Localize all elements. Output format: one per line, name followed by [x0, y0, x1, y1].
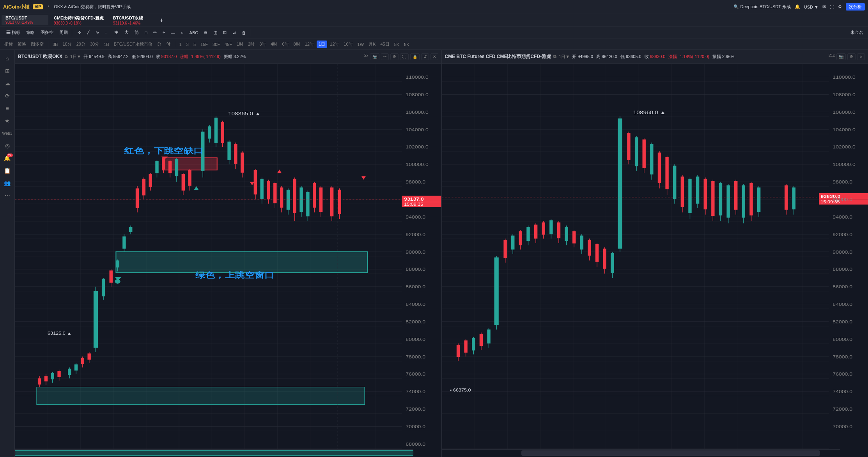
sidebar-icon-market[interactable]: ≡ [1, 103, 14, 114]
tf-1d[interactable]: 1日 [317, 41, 327, 48]
toolbar-btn-shape[interactable]: □ [142, 30, 150, 36]
toolbar-btn-indicators[interactable]: ☰ 指标 [4, 29, 23, 36]
symbol-tab-cme[interactable]: CME比特币期货CFD-雅虎 93630.0 -0.18% [50, 14, 108, 26]
left-ctrl-camera[interactable]: 📷 [370, 53, 379, 60]
tf-15m[interactable]: 15F [198, 41, 210, 48]
left-ctrl-lock[interactable]: 🔒 [410, 53, 420, 60]
sidebar-icon-layout[interactable]: ⊞ [1, 65, 14, 76]
tf-1h[interactable]: 1时 [235, 41, 245, 48]
sidebar-icon-watchlist[interactable]: ★ [1, 115, 14, 126]
tf-3h[interactable]: 3时 [257, 41, 268, 48]
sidebar-icon-replay[interactable]: ⟳ [1, 90, 14, 101]
sidebar-icon-web3[interactable]: Web3 [1, 128, 14, 139]
tf-3b[interactable]: 3B [51, 41, 60, 48]
left-ctrl-close[interactable]: ✕ [430, 53, 438, 60]
toolbar-btn-wave[interactable]: ≋ [202, 29, 210, 36]
top-nav-text[interactable]: OKX & AiCoin交易赛，限时提升VIP手续 [54, 4, 130, 10]
tf-2h[interactable]: 2时 [246, 41, 257, 48]
analysis-btn[interactable]: 次分析 [846, 3, 865, 11]
sidebar-icon-assets[interactable]: ◎ [1, 140, 14, 151]
tf-8k[interactable]: 8K [402, 41, 411, 48]
symbol-tab-perp[interactable]: BTC/USDT永续 93119.6 -1.46% [109, 14, 156, 26]
tf-3m[interactable]: 3 [184, 41, 191, 48]
svg-rect-187 [456, 345, 459, 357]
toolbar-btn-pencil[interactable]: ✏ [151, 29, 159, 36]
tf-20[interactable]: 20分 [74, 41, 87, 48]
sep2 [175, 41, 175, 48]
sidebar-icon-alerts[interactable]: 🔔 74 [1, 153, 14, 164]
sep1 [48, 41, 48, 48]
toolbar-btn-shape2[interactable]: ○ [179, 30, 186, 36]
sidebar-icon-cloud[interactable]: ☁ [1, 78, 14, 89]
tf-30m[interactable]: 30F [211, 41, 222, 48]
tf-8h[interactable]: 8时 [292, 41, 302, 48]
tf-1m[interactable]: 1 [177, 41, 184, 48]
toolbar-btn-main[interactable]: 主 [112, 29, 121, 36]
toolbar-btn-crosshair[interactable]: ✛ [75, 29, 83, 36]
right-chart-link[interactable]: ⧉ [553, 54, 556, 59]
toolbar-btn-draw1[interactable]: ╱ [85, 29, 92, 36]
tf-1mo[interactable]: 月K [367, 41, 377, 48]
toolbar-btn-draw3[interactable]: ··· [103, 30, 111, 36]
toolbar-btn-delete[interactable]: 🗑 [239, 30, 248, 36]
tf-12h[interactable]: 12时 [303, 41, 316, 48]
sidebar-icon-more[interactable]: ⋯ [1, 190, 14, 201]
right-ctrl-settings[interactable]: ⚙ [847, 53, 856, 60]
left-chart-body[interactable]: 108365.0 ▲ [15, 64, 441, 457]
toolbar-btn-line1[interactable]: — [168, 30, 177, 36]
tf-1w[interactable]: 1W [356, 41, 366, 48]
tf-12d[interactable]: 12时 [328, 41, 341, 48]
expand-icon[interactable]: ⛶ [830, 5, 834, 9]
svg-rect-97 [273, 183, 276, 203]
tf-5m[interactable]: 5 [191, 41, 198, 48]
symbol-tab-btcusdt[interactable]: BTC/USDT 93137.0 -1.49% [2, 15, 48, 25]
tf-2[interactable]: 策略 [16, 41, 28, 48]
toolbar-btn-price[interactable]: ⊡ [221, 29, 229, 36]
tf-5k[interactable]: 5K [392, 41, 401, 48]
tf-30[interactable]: 30分 [88, 41, 101, 48]
toolbar-btn-strategy[interactable]: 策略 [24, 29, 37, 36]
right-ctrl-close[interactable]: ✕ [857, 53, 865, 60]
toolbar-btn-multicharts[interactable]: 图多空 [38, 29, 56, 36]
tf-3[interactable]: 图多空 [29, 41, 46, 48]
toolbar-btn-abc[interactable]: ABC [187, 30, 201, 36]
tf-45m[interactable]: 45F [223, 41, 234, 48]
tf-min[interactable]: 分 [155, 41, 163, 48]
tf-10[interactable]: 10分 [60, 41, 73, 48]
tf-1[interactable]: 指标 [2, 41, 15, 48]
tf-pay[interactable]: 付 [164, 41, 172, 48]
toolbar-btn-filter[interactable]: ⊿ [230, 29, 238, 36]
toolbar-btn-small[interactable]: 简 [132, 29, 141, 36]
sidebar-icon-home[interactable]: ⌂ [1, 53, 14, 64]
tf-45d[interactable]: 45日 [378, 41, 391, 48]
right-scroll-area[interactable] [442, 449, 840, 457]
toolbar-btn-big[interactable]: 大 [122, 29, 131, 36]
left-ctrl-settings[interactable]: ⚙ [390, 53, 399, 60]
message-icon[interactable]: ✉ [822, 4, 826, 9]
tf-btcperp[interactable]: BTC/USDT永续市价 [112, 41, 154, 48]
toolbar-btn-period[interactable]: 周期 [57, 29, 70, 36]
right-chart-body[interactable]: + [442, 64, 868, 457]
add-symbol-btn[interactable]: + [158, 17, 166, 24]
svg-rect-23 [116, 252, 367, 273]
left-scroll-area[interactable] [15, 449, 413, 457]
toolbar-btn-measure[interactable]: ⌖ [160, 29, 167, 36]
sidebar-icon-orders[interactable]: 📋 [1, 165, 14, 176]
toolbar-btn-draw2[interactable]: ∿ [93, 29, 101, 36]
usd-selector[interactable]: USD ▼ [804, 5, 818, 9]
tf-4h[interactable]: 4时 [269, 41, 279, 48]
left-ctrl-edit[interactable]: ✏ [381, 53, 389, 60]
settings-icon[interactable]: ⚙ [838, 4, 842, 9]
tf-6h[interactable]: 6时 [280, 41, 291, 48]
left-ctrl-reset[interactable]: ↺ [421, 53, 429, 60]
bell-icon[interactable]: 🔔 [795, 4, 800, 9]
tf-16h[interactable]: 16时 [342, 41, 354, 48]
left-chart-link[interactable]: ⧉ [65, 54, 68, 59]
left-ctrl-expand[interactable]: ⛶ [400, 53, 409, 60]
search-area[interactable]: 🔍 Deepcoin BTC/USDT 永续 [733, 4, 790, 10]
toolbar-btn-fib[interactable]: ◫ [211, 29, 220, 36]
tf-1b[interactable]: 1B [102, 41, 111, 48]
toolbar-btn-account[interactable]: 未金名 [848, 29, 866, 35]
right-ctrl-camera[interactable]: 📷 [836, 53, 846, 60]
sidebar-icon-community[interactable]: 👥 [1, 178, 14, 189]
